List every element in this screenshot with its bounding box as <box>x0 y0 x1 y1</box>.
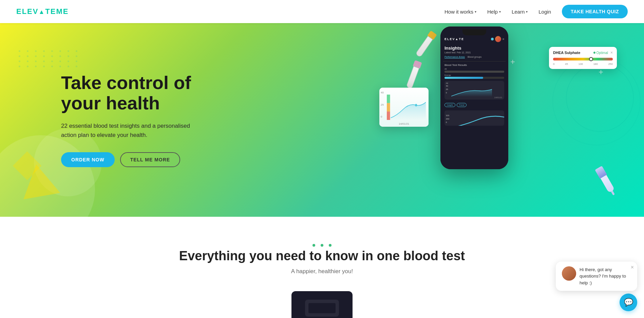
phone-insights-label: Insights <box>443 44 506 51</box>
phone-tabs: Performance Areas Blood groups <box>443 56 506 61</box>
phone-chart-2-line <box>451 112 504 126</box>
svg-rect-0 <box>387 111 390 120</box>
lancet-body <box>601 175 615 193</box>
hero-phone-area: ELEV▲TE ≡ Insights Latest test: Feb 12, … <box>379 23 617 217</box>
brand-name: ELEV▲TEME <box>16 7 69 16</box>
section-two: Everything you need to know in one blood… <box>0 217 644 318</box>
take-health-quiz-button[interactable]: TAKE HEALTH QUIZ <box>562 5 628 18</box>
learn-chevron: ▾ <box>526 10 528 14</box>
chat-avatar-img <box>562 266 576 281</box>
navbar: ELEV▲TEME How it works ▾ Help ▾ Learn ▾ … <box>0 0 644 23</box>
order-now-button[interactable]: ORDER NOW <box>61 152 115 167</box>
help-chevron: ▾ <box>499 10 501 14</box>
chat-avatar-row: Hi there, got any questions? I'm happy t… <box>562 266 631 286</box>
phone-chart-2-y: 325 260 0 <box>446 114 449 123</box>
nav-login[interactable]: Login <box>538 9 551 15</box>
dhea-bar-marker <box>589 57 593 61</box>
chart-y-labels: 40 25 0 <box>381 91 384 118</box>
dhea-scale: 0 45 136 180 250 <box>553 63 613 66</box>
phone-brand: ELEV▲TE <box>444 37 464 41</box>
tell-me-more-button[interactable]: TELL ME MORE <box>120 152 181 167</box>
phone-tab-blood[interactable]: Blood groups <box>468 56 481 58</box>
phone-chart-date: 14/01/21 <box>494 96 502 99</box>
brand-arrow: ▲ <box>38 8 45 15</box>
nav-links: How it works ▾ Help ▾ Learn ▾ Login TAKE… <box>444 5 628 18</box>
chart-area <box>387 90 426 120</box>
chat-close-button[interactable]: × <box>631 264 634 270</box>
hero-buttons: ORDER NOW TELL ME MORE <box>61 152 204 167</box>
chart-popup-inner: 40 25 0 <box>379 88 429 127</box>
hero-subtitle: 22 essential blood test insights and a p… <box>61 121 204 140</box>
phone-chart-1: All 40 25 0 <box>444 81 504 100</box>
chat-avatar <box>562 266 576 281</box>
hero-content: Take control of your health 22 essential… <box>0 52 204 187</box>
deco-dot-2 <box>321 244 323 247</box>
blood-tube-2 <box>403 60 423 92</box>
chart-date: 14/01/21 <box>399 122 409 125</box>
hero-section: + + Take control of your health 22 essen… <box>0 23 644 217</box>
brand-logo[interactable]: ELEV▲TEME <box>16 7 69 16</box>
nav-help[interactable]: Help ▾ <box>487 9 501 15</box>
svg-rect-2 <box>387 94 390 103</box>
dhea-header: DHEA Sulphate Optimal × <box>553 50 613 55</box>
dhea-card: DHEA Sulphate Optimal × 0 45 136 180 250 <box>549 47 617 69</box>
svg-point-3 <box>415 104 417 106</box>
phone-bar-track <box>444 71 504 73</box>
chat-message: Hi there, got any questions? I'm happy t… <box>580 266 631 286</box>
dhea-close-icon[interactable]: × <box>610 50 613 55</box>
phone-menu-icon: ≡ <box>503 37 504 41</box>
phone-tab-performance[interactable]: Performance Areas <box>444 56 465 58</box>
phone-btn-row: Insight Trend <box>443 102 506 108</box>
chat-open-button[interactable]: 💬 <box>620 294 637 311</box>
device-thumbnail <box>291 291 353 318</box>
phone-mockup: ELEV▲TE ≡ Insights Latest test: Feb 12, … <box>440 26 508 169</box>
section-two-bottom <box>16 291 628 318</box>
phone-header: ELEV▲TE ≡ <box>443 35 506 44</box>
how-it-works-chevron: ▾ <box>475 10 476 14</box>
phone-chart-y: 40 25 0 <box>446 85 448 94</box>
phone-chart-line <box>451 87 492 97</box>
chart-popup: 40 25 0 <box>379 88 429 127</box>
deco-dot-1 <box>312 244 315 247</box>
phone-btn-insight[interactable]: Insight <box>444 103 455 107</box>
chat-bubble: × Hi there, got any questions? I'm happy… <box>556 262 637 291</box>
tube-body-1 <box>415 36 433 58</box>
phone-energy-track <box>444 77 504 79</box>
deco-dot-3 <box>329 244 332 247</box>
phone-bar-all: All <box>443 68 506 73</box>
svg-rect-5 <box>308 303 336 313</box>
phone-date: Latest test: Feb 12, 2021 <box>443 51 506 56</box>
dhea-title: DHEA Sulphate <box>553 51 580 55</box>
phone-blood-title: Blood Test Results <box>443 61 506 68</box>
nav-how-it-works[interactable]: How it works ▾ <box>444 9 476 15</box>
phone-energy-fill <box>444 77 483 79</box>
device-thumb-svg <box>302 298 342 318</box>
section-two-title: Everything you need to know in one blood… <box>16 249 628 263</box>
chat-icon: 💬 <box>624 298 633 307</box>
phone-chart-label: All <box>446 82 448 84</box>
dhea-bar-track <box>553 58 613 60</box>
hero-title: Take control of your health <box>61 73 204 113</box>
phone-chart-2: 325 260 0 <box>444 110 504 126</box>
phone-notch <box>462 29 486 35</box>
dhea-status-dot <box>593 52 595 54</box>
tube-body-2 <box>406 66 419 89</box>
lancet-device <box>595 166 617 196</box>
lancet-tip <box>611 191 615 195</box>
phone-bar-bg <box>444 71 504 73</box>
chat-widget: × Hi there, got any questions? I'm happy… <box>556 262 637 312</box>
phone-screen: ELEV▲TE ≡ Insights Latest test: Feb 12, … <box>440 26 508 169</box>
blood-tube-1 <box>412 30 438 61</box>
section-two-subtitle: A happier, healthier you! <box>16 268 628 275</box>
phone-status-dot <box>491 38 494 40</box>
svg-rect-1 <box>387 103 390 111</box>
nav-learn[interactable]: Learn ▾ <box>512 9 528 15</box>
phone-avatar <box>495 36 501 42</box>
deco-dots-row <box>16 244 628 247</box>
chart-svg <box>387 90 426 120</box>
dhea-status: Optimal × <box>593 50 613 55</box>
phone-bar-energy: Energy <box>443 74 506 79</box>
phone-btn-trend[interactable]: Trend <box>457 103 467 107</box>
